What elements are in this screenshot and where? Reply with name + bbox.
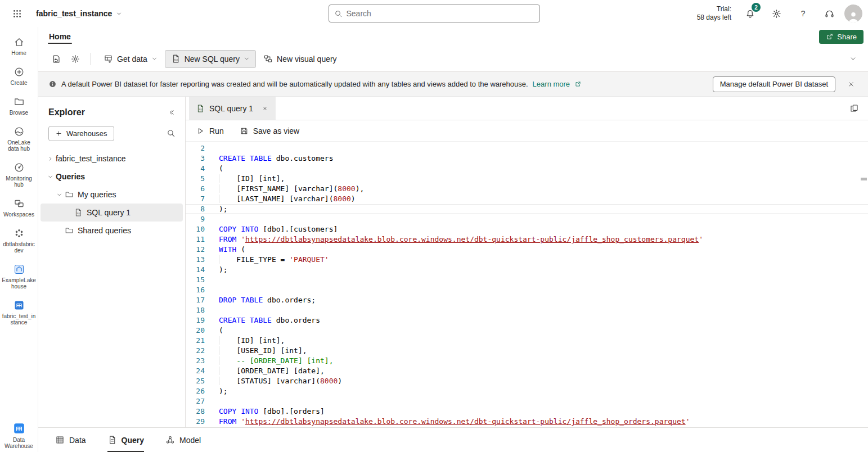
- get-data-button[interactable]: Get data: [97, 50, 164, 68]
- nav-item-examplelakehouse[interactable]: ExampleLakehouse: [0, 259, 38, 295]
- nav-item-home[interactable]: Home: [0, 31, 38, 61]
- support-button[interactable]: [818, 2, 840, 25]
- code-text: COPY INTO [dbo].[customers]: [205, 224, 338, 234]
- code-line-17[interactable]: 17DROP TABLE dbo.orders;: [186, 295, 868, 305]
- code-text: [205, 143, 219, 153]
- code-line-21[interactable]: 21 [ID] [int],: [186, 336, 868, 346]
- line-number: 23: [186, 356, 205, 366]
- query-tab[interactable]: SQL SQL query 1: [189, 97, 276, 120]
- folder-icon: [65, 190, 78, 199]
- code-line-29[interactable]: 29FROM 'https://dbtlabsynapsedatalake.bl…: [186, 417, 868, 427]
- copy-icon: [849, 103, 859, 113]
- close-tab-button[interactable]: [258, 101, 272, 116]
- explorer-search-button[interactable]: [161, 125, 181, 142]
- code-line-4[interactable]: 4(: [186, 164, 868, 174]
- nav-item-data-warehouse[interactable]: Data Warehouse: [0, 422, 38, 449]
- collapse-explorer-button[interactable]: [163, 105, 181, 120]
- add-warehouses-button[interactable]: Warehouses: [48, 126, 114, 141]
- tab-home[interactable]: Home: [46, 29, 74, 44]
- folder-icon: [14, 96, 25, 107]
- tree-item-my-queries[interactable]: My queries: [41, 186, 183, 204]
- code-line-8[interactable]: 8);: [186, 204, 868, 214]
- nav-item-fabric-test-instance[interactable]: fabric_test_instance: [0, 295, 38, 331]
- workspace-switcher[interactable]: fabric_test_instance: [36, 9, 122, 18]
- new-sql-query-button[interactable]: SQL New SQL query: [165, 50, 256, 68]
- save-as-view-button[interactable]: Save as view: [240, 126, 299, 135]
- code-line-14[interactable]: 14);: [186, 265, 868, 275]
- line-number: 25: [186, 376, 205, 386]
- collapse-toolbar-button[interactable]: [843, 50, 862, 68]
- editor-pane: SQL SQL query 1 Run Save as view: [186, 97, 868, 427]
- refresh-button[interactable]: [47, 50, 65, 68]
- code-line-20[interactable]: 20(: [186, 326, 868, 336]
- settings-button[interactable]: [765, 2, 788, 25]
- nav-item-monitoring-hub[interactable]: Monitoring hub: [0, 157, 38, 193]
- external-link-icon[interactable]: [574, 80, 582, 88]
- double-chevron-left-icon: [168, 109, 176, 116]
- code-line-12[interactable]: 12WITH (: [186, 245, 868, 255]
- copy-button[interactable]: [844, 100, 863, 117]
- nav-item-onelake-data-hub[interactable]: OneLake data hub: [0, 121, 38, 157]
- code-line-3[interactable]: 3CREATE TABLE dbo.customers: [186, 153, 868, 164]
- bottom-tab-model[interactable]: Model: [165, 428, 201, 452]
- line-number: 7: [186, 194, 205, 204]
- code-text: );: [205, 386, 228, 396]
- code-line-16[interactable]: 16: [186, 285, 868, 295]
- warehouse-settings-button[interactable]: [66, 50, 84, 68]
- nav-item-browse[interactable]: Browse: [0, 91, 38, 121]
- query-tab-bar: SQL SQL query 1: [186, 97, 868, 120]
- chevron-right-icon[interactable]: [45, 156, 56, 162]
- chevron-down-icon: [244, 56, 250, 62]
- code-line-27[interactable]: 27: [186, 396, 868, 406]
- code-line-9[interactable]: 9: [186, 214, 868, 224]
- scrollbar-marker[interactable]: [861, 178, 867, 180]
- share-button[interactable]: Share: [819, 30, 863, 44]
- code-line-26[interactable]: 26);: [186, 386, 868, 396]
- nav-item-create[interactable]: Create: [0, 61, 38, 91]
- banner-close-button[interactable]: [840, 73, 862, 96]
- code-line-22[interactable]: 22 [USER_ID] [int],: [186, 346, 868, 356]
- code-line-15[interactable]: 15: [186, 275, 868, 285]
- code-line-2[interactable]: 2: [186, 143, 868, 153]
- bottom-tab-data[interactable]: Data: [55, 428, 86, 452]
- folder-icon: [65, 226, 78, 235]
- run-button[interactable]: Run: [196, 126, 224, 135]
- search-input[interactable]: [347, 9, 534, 18]
- line-number: 12: [186, 245, 205, 255]
- account-avatar[interactable]: [844, 4, 862, 22]
- search-box[interactable]: [329, 4, 540, 22]
- tree-item-sql-query-1[interactable]: SQLSQL query 1: [41, 204, 183, 222]
- notifications-button[interactable]: 2: [739, 2, 761, 25]
- code-line-24[interactable]: 24 [ORDER_DATE] [date],: [186, 366, 868, 376]
- app-launcher-button[interactable]: [6, 2, 28, 25]
- code-line-7[interactable]: 7 [LAST_NAME] [varchar](8000): [186, 194, 868, 204]
- code-line-23[interactable]: 23 -- [ORDER_DATE] [int],: [186, 356, 868, 366]
- sql-file-icon: SQL: [74, 208, 87, 217]
- explorer-panel: Explorer Warehouses fabric_test_instance…: [38, 97, 186, 427]
- code-line-10[interactable]: 10COPY INTO [dbo].[customers]: [186, 224, 868, 234]
- code-line-5[interactable]: 5 [ID] [int],: [186, 174, 868, 184]
- code-text: -- [ORDER_DATE] [int],: [205, 356, 334, 366]
- code-line-19[interactable]: 19CREATE TABLE dbo.orders: [186, 315, 868, 326]
- new-visual-query-button[interactable]: New visual query: [257, 50, 343, 68]
- info-icon: [48, 80, 57, 88]
- code-line-6[interactable]: 6 [FIRST_NAME] [varchar](8000),: [186, 184, 868, 194]
- code-line-25[interactable]: 25 [STATUS] [varchar](8000): [186, 376, 868, 386]
- code-line-13[interactable]: 13 FILE_TYPE = 'PARQUET': [186, 255, 868, 265]
- tree-item-shared-queries[interactable]: Shared queries: [41, 222, 183, 239]
- code-editor[interactable]: 23CREATE TABLE dbo.customers4(5 [ID] [in…: [186, 142, 868, 427]
- nav-item-workspaces[interactable]: Workspaces: [0, 193, 38, 223]
- code-line-18[interactable]: 18: [186, 305, 868, 315]
- chevron-down-icon[interactable]: [45, 174, 56, 180]
- code-line-11[interactable]: 11FROM 'https://dbtlabsynapsedatalake.bl…: [186, 234, 868, 245]
- tree-item-fabric-test-instance[interactable]: fabric_test_instance: [41, 150, 183, 168]
- chevron-down-icon[interactable]: [54, 192, 65, 198]
- learn-more-link[interactable]: Learn more: [533, 80, 570, 88]
- manage-dataset-button[interactable]: Manage default Power BI dataset: [713, 76, 835, 92]
- help-button[interactable]: ?: [791, 2, 814, 25]
- nav-item-dbtlabsfabricdev[interactable]: dbtlabsfabricdev: [0, 223, 38, 259]
- tree-item-queries[interactable]: Queries: [41, 168, 183, 186]
- bottom-tab-query[interactable]: Query: [107, 428, 144, 452]
- code-line-28[interactable]: 28COPY INTO [dbo].[orders]: [186, 406, 868, 417]
- line-number: 15: [186, 275, 205, 285]
